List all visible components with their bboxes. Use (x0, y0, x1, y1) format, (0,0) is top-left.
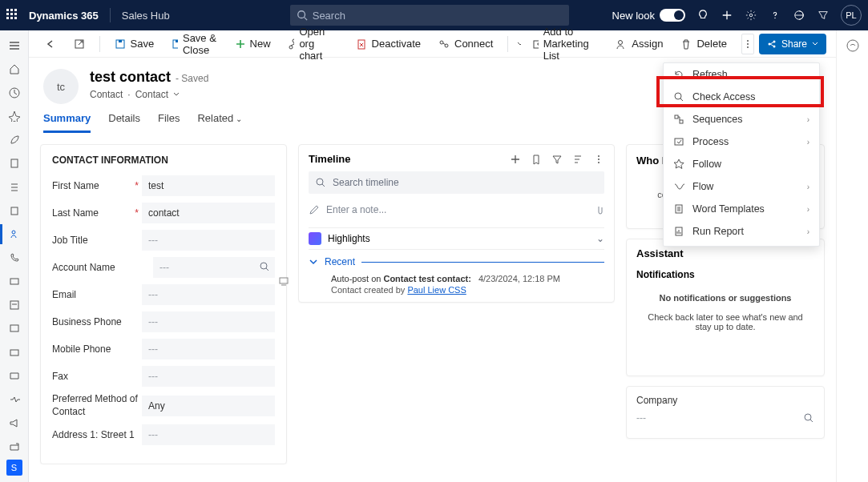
fax-field[interactable] (142, 366, 275, 387)
save-close-button[interactable]: Save & Close (165, 33, 224, 55)
help-icon[interactable] (769, 9, 781, 22)
more-commands-button[interactable] (741, 34, 754, 54)
tab-details[interactable]: Details (108, 112, 140, 133)
save-button[interactable]: Save (108, 33, 161, 55)
svg-rect-15 (119, 40, 122, 42)
nav-item-a[interactable] (0, 271, 29, 291)
app-launcher-icon[interactable] (6, 9, 19, 22)
user-avatar[interactable]: PL (841, 5, 862, 26)
plus-icon[interactable] (721, 9, 733, 22)
last-name-field[interactable] (142, 203, 275, 223)
lightbulb-icon[interactable] (696, 9, 709, 22)
lookup-icon[interactable] (803, 412, 814, 424)
right-rail (836, 30, 868, 482)
nav-item-c[interactable] (0, 319, 29, 339)
svg-point-30 (773, 40, 775, 42)
notifications-title: Notifications (627, 259, 824, 280)
toggle-switch[interactable] (660, 9, 685, 22)
business-phone-field[interactable] (142, 311, 275, 332)
timeline-post[interactable]: Auto-post on Contact test contact: 4/23/… (331, 274, 604, 295)
back-button[interactable] (38, 33, 63, 55)
email-field[interactable] (142, 284, 275, 305)
left-nav: S (0, 30, 29, 482)
account-name-field[interactable] (153, 257, 275, 278)
nav-item-b[interactable] (0, 295, 29, 315)
account-name-label: Account Name (52, 262, 153, 273)
menu-run-report[interactable]: Run Report› (664, 220, 819, 243)
filter-icon[interactable] (817, 9, 830, 22)
help2-icon[interactable] (793, 9, 805, 22)
nav-recent-icon[interactable] (0, 82, 29, 102)
share-button[interactable]: Share (759, 34, 826, 54)
record-title: test contact (90, 69, 171, 85)
mobile-phone-label: Mobile Phone (52, 343, 142, 355)
open-org-chart-button[interactable]: Open org chart (282, 33, 345, 55)
new-look-toggle[interactable]: New look (612, 9, 685, 22)
menu-follow[interactable]: Follow (664, 153, 819, 175)
timeline-filter-icon[interactable] (551, 154, 563, 165)
nav-rocket-icon[interactable] (0, 130, 29, 150)
deactivate-button[interactable]: Deactivate (349, 33, 427, 55)
menu-refresh[interactable]: Refresh (664, 63, 819, 86)
menu-check-access[interactable]: Check Access (664, 86, 819, 108)
addr1-field[interactable] (142, 424, 275, 445)
svg-point-35 (598, 162, 600, 163)
main-content: Save Save & Close New Open org chart Dea… (29, 30, 836, 482)
assistant-panel: Assistant Notifications No notifications… (626, 239, 825, 376)
copilot-icon[interactable] (846, 38, 860, 53)
chevron-down-icon[interactable] (516, 40, 521, 48)
nav-item-f[interactable] (0, 389, 29, 409)
nav-pinned-icon[interactable] (0, 106, 29, 126)
gear-icon[interactable] (745, 9, 757, 22)
tab-related[interactable]: Related⌄ (197, 112, 242, 133)
svg-point-0 (297, 11, 305, 18)
nav-list-icon[interactable] (0, 177, 29, 197)
menu-word-templates[interactable]: Word Templates› (664, 198, 819, 220)
nav-phone-icon[interactable] (0, 247, 29, 267)
tab-summary[interactable]: Summary (43, 112, 91, 133)
global-search[interactable]: Search (290, 5, 569, 26)
app-name[interactable]: Sales Hub (122, 10, 170, 22)
nav-megaphone-icon[interactable] (0, 413, 29, 433)
nav-building-icon[interactable] (0, 200, 29, 220)
nav-hamburger[interactable] (0, 35, 29, 55)
timeline-note-input[interactable]: Enter a note... (309, 199, 604, 221)
svg-point-27 (747, 43, 749, 45)
timeline-search[interactable]: Search timeline (309, 171, 604, 194)
nav-item-g[interactable] (0, 436, 29, 456)
job-title-field[interactable] (142, 230, 275, 251)
svg-rect-9 (10, 279, 18, 284)
timeline-highlights[interactable]: Highlights ⌄ (309, 227, 604, 250)
timeline-add-icon[interactable] (510, 154, 521, 165)
nav-contacts-icon[interactable] (0, 224, 29, 244)
nav-home-icon[interactable] (0, 58, 29, 78)
tab-files[interactable]: Files (158, 112, 180, 133)
svg-point-3 (774, 18, 775, 18)
site-map-button[interactable]: S (6, 460, 22, 476)
popout-button[interactable] (67, 33, 91, 55)
attach-icon[interactable] (593, 204, 604, 215)
nav-doc-icon[interactable] (0, 153, 29, 173)
timeline-sort-icon[interactable] (572, 154, 583, 165)
connect-button[interactable]: Connect (432, 33, 499, 55)
menu-sequences[interactable]: Sequences› (664, 108, 819, 131)
menu-process[interactable]: Process› (664, 131, 819, 153)
mobile-phone-field[interactable] (142, 339, 275, 359)
nav-item-e[interactable] (0, 366, 29, 386)
delete-button[interactable]: Delete (674, 33, 733, 55)
add-marketing-button[interactable]: Add to Marketing List (526, 33, 605, 55)
nav-item-d[interactable] (0, 342, 29, 362)
menu-flow[interactable]: Flow› (664, 175, 819, 198)
fax-label: Fax (52, 371, 142, 382)
timeline-more-icon[interactable] (593, 154, 604, 165)
chevron-down-icon[interactable] (173, 91, 180, 98)
company-lookup[interactable]: --- (636, 412, 814, 424)
timeline-recent-header[interactable]: Recent (309, 256, 604, 267)
new-button[interactable]: New (229, 33, 277, 55)
pref-method-field[interactable] (142, 396, 275, 416)
assign-button[interactable]: Assign (609, 33, 669, 55)
svg-rect-12 (10, 350, 18, 355)
timeline-bookmark-icon[interactable] (531, 154, 542, 165)
lookup-icon[interactable] (259, 261, 270, 272)
first-name-field[interactable] (142, 175, 275, 196)
